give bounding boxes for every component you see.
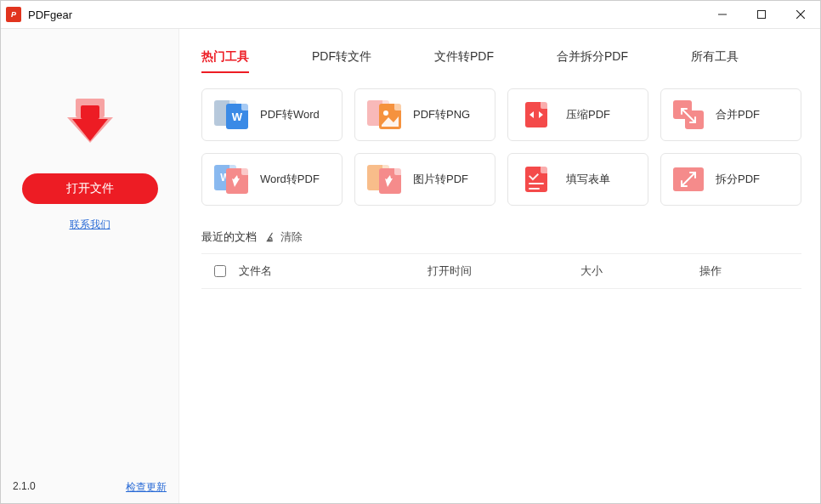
svg-marker-10 xyxy=(539,111,543,118)
tool-label: 压缩PDF xyxy=(566,107,610,122)
tab-file-to-pdf[interactable]: 文件转PDF xyxy=(434,44,494,73)
tool-label: 拆分PDF xyxy=(716,172,760,187)
tab-pdf-to-file[interactable]: PDF转文件 xyxy=(312,44,371,73)
version-label: 2.1.0 xyxy=(13,480,36,495)
pdf-to-word-icon: W xyxy=(214,100,248,129)
tool-tabs: 热门工具 PDF转文件 文件转PDF 合并拆分PDF 所有工具 xyxy=(201,44,801,73)
word-to-pdf-icon: W xyxy=(214,165,248,194)
image-to-pdf-icon xyxy=(367,165,401,194)
tool-grid: W PDF转Word PDF转PNG xyxy=(201,88,801,206)
split-pdf-icon xyxy=(673,165,704,194)
maximize-button[interactable] xyxy=(742,1,781,29)
recent-section: 最近的文档 清除 文件名 打开时间 大小 操作 xyxy=(201,229,801,289)
tool-label: 合并PDF xyxy=(716,107,760,122)
svg-line-13 xyxy=(269,233,272,237)
tool-fill-form[interactable]: 填写表单 xyxy=(507,153,648,206)
tool-label: PDF转PNG xyxy=(413,107,470,122)
tool-label: Word转PDF xyxy=(260,172,320,187)
recent-table-header: 文件名 打开时间 大小 操作 xyxy=(201,253,801,289)
svg-line-12 xyxy=(682,173,695,186)
select-all-checkbox[interactable] xyxy=(214,265,226,277)
tool-image-to-pdf[interactable]: 图片转PDF xyxy=(354,153,495,206)
svg-marker-7 xyxy=(72,119,108,141)
broom-icon xyxy=(265,231,277,243)
app-window: P PDFgear xyxy=(0,0,821,504)
tool-label: 填写表单 xyxy=(566,172,610,187)
col-open-time: 打开时间 xyxy=(427,263,580,279)
svg-point-8 xyxy=(383,110,388,116)
clear-label: 清除 xyxy=(280,229,303,245)
open-file-button[interactable]: 打开文件 xyxy=(22,173,158,204)
tool-split-pdf[interactable]: 拆分PDF xyxy=(660,153,801,206)
tab-hot-tools[interactable]: 热门工具 xyxy=(201,44,249,73)
tab-all-tools[interactable]: 所有工具 xyxy=(691,44,739,73)
tool-compress-pdf[interactable]: 压缩PDF xyxy=(507,88,648,141)
check-update-link[interactable]: 检查更新 xyxy=(126,480,167,495)
svg-rect-6 xyxy=(81,105,99,119)
fill-form-icon xyxy=(520,165,554,194)
compress-pdf-icon xyxy=(520,100,554,129)
app-logo-icon: P xyxy=(6,7,21,22)
minimize-button[interactable] xyxy=(703,1,742,29)
svg-line-11 xyxy=(682,109,695,122)
tool-pdf-to-png[interactable]: PDF转PNG xyxy=(354,88,495,141)
open-file-icon xyxy=(57,95,123,155)
sidebar: 打开文件 联系我们 2.1.0 检查更新 xyxy=(1,29,179,503)
close-button[interactable] xyxy=(781,1,820,29)
app-title: PDFgear xyxy=(28,8,72,21)
titlebar: P PDFgear xyxy=(1,1,820,29)
maximize-icon xyxy=(757,10,766,19)
merge-pdf-icon xyxy=(673,100,704,129)
col-filename: 文件名 xyxy=(239,263,427,279)
svg-line-14 xyxy=(269,239,269,241)
tool-label: PDF转Word xyxy=(260,107,320,122)
col-size: 大小 xyxy=(580,263,699,279)
minimize-icon xyxy=(718,10,727,19)
tool-word-to-pdf[interactable]: W Word转PDF xyxy=(201,153,343,206)
close-icon xyxy=(796,10,805,19)
window-controls xyxy=(703,1,820,29)
svg-marker-9 xyxy=(529,111,534,118)
contact-us-link[interactable]: 联系我们 xyxy=(70,218,110,232)
tool-pdf-to-word[interactable]: W PDF转Word xyxy=(201,88,343,141)
tab-merge-split[interactable]: 合并拆分PDF xyxy=(557,44,628,73)
tool-merge-pdf[interactable]: 合并PDF xyxy=(660,88,801,141)
tool-label: 图片转PDF xyxy=(413,172,468,187)
main-content: 热门工具 PDF转文件 文件转PDF 合并拆分PDF 所有工具 W PDF转Wo… xyxy=(179,29,820,503)
pdf-to-png-icon xyxy=(367,100,401,129)
col-ops: 操作 xyxy=(699,263,801,279)
clear-recent-button[interactable]: 清除 xyxy=(265,229,303,245)
recent-title: 最近的文档 xyxy=(201,229,257,245)
svg-rect-1 xyxy=(758,11,766,19)
